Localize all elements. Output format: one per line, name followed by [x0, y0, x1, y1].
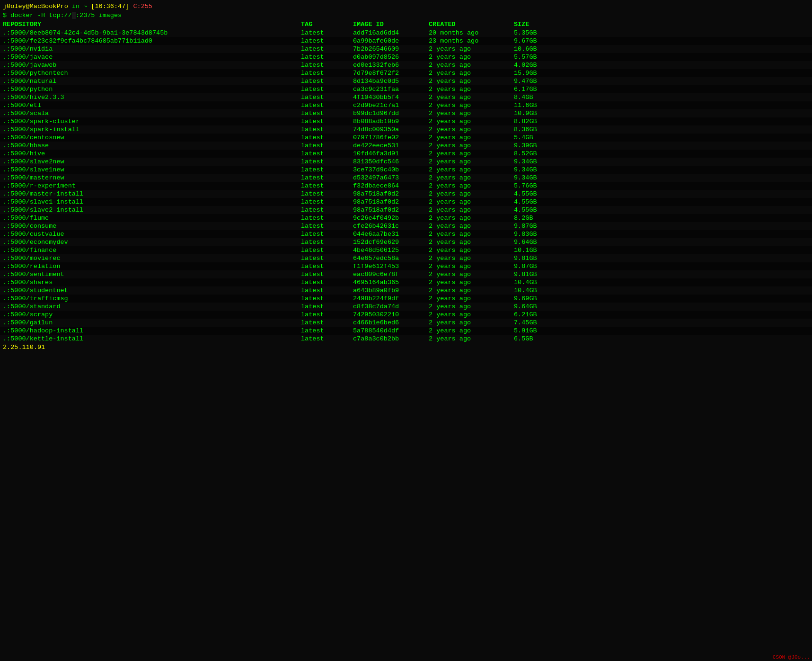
table-row: .:5000/shares latest 4695164ab365 2 year…: [0, 278, 812, 286]
cell-id: 742950302210: [353, 311, 429, 318]
cell-tag: latest: [301, 198, 353, 205]
cell-repo: .:5000/centosnew: [3, 134, 301, 141]
cell-tag: latest: [301, 102, 353, 109]
cell-tag: latest: [301, 279, 353, 286]
cell-tag: latest: [301, 190, 353, 197]
table-row: .:5000/master-install latest 98a7518af0d…: [0, 190, 812, 198]
cell-size: 9.64GB: [514, 239, 561, 246]
cell-size: 5.91GB: [514, 327, 561, 334]
cell-created: 2 years ago: [429, 303, 514, 310]
cell-id: ca3c9c231faa: [353, 86, 429, 93]
cell-tag: latest: [301, 110, 353, 117]
cell-repo: .:5000/javaweb: [3, 62, 301, 69]
cell-size: 11.6GB: [514, 102, 561, 109]
table-row: .:5000/centosnew latest 07971786fe02 2 y…: [0, 134, 812, 142]
cell-size: 6.5GB: [514, 335, 561, 342]
cell-id: c7a8a3c0b2bb: [353, 335, 429, 342]
cell-tag: latest: [301, 206, 353, 214]
cell-size: 10.9GB: [514, 110, 561, 117]
cell-created: 2 years ago: [429, 45, 514, 53]
cell-id: ed0e1332feb6: [353, 62, 429, 69]
cell-created: 2 years ago: [429, 166, 514, 173]
cell-repo: .:5000/r-experiment: [3, 182, 301, 189]
cell-repo: .:5000/relation: [3, 263, 301, 270]
cell-size: 10.1GB: [514, 247, 561, 254]
cell-created: 2 years ago: [429, 70, 514, 77]
cell-created: 2 years ago: [429, 263, 514, 270]
cell-id: 74d8c009350a: [353, 126, 429, 133]
cell-repo: .:5000/slave1-install: [3, 198, 301, 205]
cell-id: 7b2b26546609: [353, 45, 429, 53]
cell-id: 4695164ab365: [353, 279, 429, 286]
cell-repo: .:5000/shares: [3, 279, 301, 286]
cell-size: 9.81GB: [514, 271, 561, 278]
cell-repo: .:5000/nvidia: [3, 45, 301, 53]
cell-repo: .:5000/movierec: [3, 255, 301, 262]
cell-size: 9.34GB: [514, 158, 561, 165]
cell-created: 2 years ago: [429, 142, 514, 149]
cell-tag: latest: [301, 37, 353, 45]
table-row: .:5000/hive2.3.3 latest 4f10430bb5f4 2 y…: [0, 93, 812, 101]
cell-repo: .:5000/pythontech: [3, 70, 301, 77]
cell-size: 8.52GB: [514, 150, 561, 157]
cell-id: c2d9be21c7a1: [353, 102, 429, 109]
table-row: .:5000/spark-install latest 74d8c009350a…: [0, 125, 812, 134]
cell-repo: .:5000/hive: [3, 150, 301, 157]
cell-id: c8f38c7da74d: [353, 303, 429, 310]
cell-repo: .:5000/python: [3, 86, 301, 93]
cell-size: 8.4GB: [514, 94, 561, 101]
cell-id: 3ce737d9c40b: [353, 166, 429, 173]
cell-tag: latest: [301, 150, 353, 157]
cell-repo: .:5000/consume: [3, 223, 301, 230]
table-row: .:5000/scrapy latest 742950302210 2 year…: [0, 311, 812, 319]
table-row: .:5000/pythontech latest 7d79e8f672f2 2 …: [0, 69, 812, 77]
cell-tag: latest: [301, 134, 353, 141]
bottom-line: 2.25.110.91: [0, 343, 812, 352]
cell-tag: latest: [301, 263, 353, 270]
cell-created: 2 years ago: [429, 239, 514, 246]
cell-size: 6.17GB: [514, 86, 561, 93]
cell-id: 152dcf69e629: [353, 239, 429, 246]
cell-tag: latest: [301, 70, 353, 77]
cell-repo: .:5000/kettle-install: [3, 335, 301, 342]
cell-repo: .:5000/spark-install: [3, 126, 301, 133]
cell-tag: latest: [301, 54, 353, 61]
cell-created: 23 months ago: [429, 37, 514, 45]
cell-tag: latest: [301, 142, 353, 149]
cell-size: 9.39GB: [514, 142, 561, 149]
table-row: .:5000/gailun latest c466b1e6bed6 2 year…: [0, 319, 812, 327]
cell-tag: latest: [301, 214, 353, 222]
cell-repo: .:5000/trafficmsg: [3, 295, 301, 302]
cell-size: 10.6GB: [514, 45, 561, 53]
cell-tag: latest: [301, 271, 353, 278]
cell-size: 9.47GB: [514, 78, 561, 85]
cell-repo: .:5000/slave2new: [3, 158, 301, 165]
cell-repo: .:5000/sentiment: [3, 271, 301, 278]
cell-id: d532497a6473: [353, 174, 429, 181]
col-header-tag: TAG: [301, 21, 353, 28]
cell-id: 8b088adb10b9: [353, 118, 429, 125]
cell-id: 8d134ba9c0d5: [353, 78, 429, 85]
cell-tag: latest: [301, 287, 353, 294]
cell-repo: .:5000/master-install: [3, 190, 301, 197]
cell-size: 7.45GB: [514, 319, 561, 326]
cell-created: 20 months ago: [429, 29, 514, 36]
cell-size: 9.87GB: [514, 263, 561, 270]
cmd-dollar: $: [3, 12, 10, 19]
cell-tag: latest: [301, 303, 353, 310]
table-row: .:5000/finance latest 4be48d506125 2 yea…: [0, 246, 812, 254]
cell-repo: .:5000/standard: [3, 303, 301, 310]
cell-repo: .:5000/natural: [3, 78, 301, 85]
cell-tag: latest: [301, 86, 353, 93]
cell-id: eac809c6e78f: [353, 271, 429, 278]
cell-id: 98a7518af0d2: [353, 206, 429, 214]
cell-repo: .:5000/spark-cluster: [3, 118, 301, 125]
command-line: $ docker -H tcp:// :2375 images: [0, 11, 812, 20]
cell-repo: .:5000/hbase: [3, 142, 301, 149]
cell-size: 5.76GB: [514, 182, 561, 189]
table-row: .:5000/python latest ca3c9c231faa 2 year…: [0, 85, 812, 93]
cell-repo: .:5000/flume: [3, 214, 301, 222]
table-row: .:5000/scala latest b99dc1d967dd 2 years…: [0, 109, 812, 117]
table-row: .:5000/natural latest 8d134ba9c0d5 2 yea…: [0, 77, 812, 85]
cell-created: 2 years ago: [429, 190, 514, 197]
